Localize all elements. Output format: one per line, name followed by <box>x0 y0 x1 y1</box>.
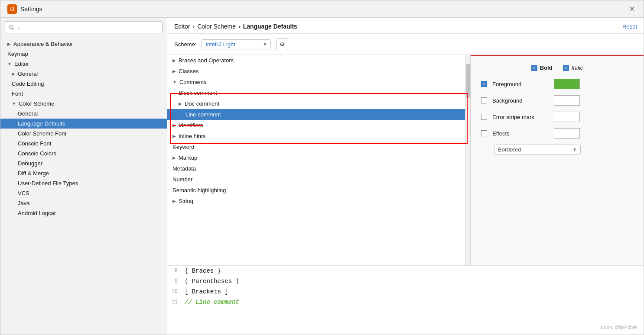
window-title: Settings <box>20 6 42 13</box>
foreground-color-swatch[interactable]: 5CB137 <box>554 79 580 89</box>
effects-label: Effects <box>492 130 549 137</box>
tree-item-metadata[interactable]: Metadata <box>167 163 470 174</box>
tree-item-label: Block comment <box>179 90 217 96</box>
scheme-toolbar: Scheme: IntelliJ Light ▼ ⚙ <box>167 34 644 55</box>
italic-checkbox[interactable]: ✓ <box>563 65 569 71</box>
tree-item-markup[interactable]: ▶ Markup <box>167 152 470 163</box>
breadcrumb-sep1: › <box>193 23 195 30</box>
sidebar-item-label: Appearance & Behavior <box>13 41 73 47</box>
scheme-label: Scheme: <box>174 41 196 48</box>
tree-item-number[interactable]: Number <box>167 174 470 185</box>
scheme-tree-panel: ▶ Braces and Operators ▶ Classes ▼ Comme… <box>167 55 471 265</box>
foreground-row: ✓ Foreground 5CB137 <box>481 79 633 89</box>
bold-checkbox[interactable]: ✓ <box>531 65 537 71</box>
expand-arrow-icon: ▶ <box>172 134 176 139</box>
sidebar-item-label: Debugger <box>18 160 42 167</box>
sidebar-item-java[interactable]: Java <box>0 198 167 208</box>
effects-color-swatch[interactable] <box>554 128 580 139</box>
search-input[interactable] <box>5 21 163 33</box>
watermark: CSDN @喝杯拿铁 <box>601 324 637 331</box>
sidebar-item-label: User-Defined File Types <box>18 180 78 187</box>
collapse-arrow <box>7 61 12 66</box>
sidebar-item-diff-merge[interactable]: Diff & Merge <box>0 168 167 178</box>
preview-code: { Braces } <box>185 266 221 276</box>
line-number: 10 <box>167 287 185 296</box>
properties-panel: ✓ Bold ✓ Italic <box>471 55 644 265</box>
tree-item-line-comment[interactable]: Line comment <box>167 109 470 120</box>
effects-checkbox[interactable] <box>481 130 487 136</box>
sidebar-item-console-colors[interactable]: Console Colors <box>0 148 167 158</box>
close-button[interactable]: ✕ <box>628 3 637 15</box>
sidebar-item-user-defined[interactable]: User-Defined File Types <box>0 178 167 188</box>
breadcrumb-editor: Editor <box>174 23 190 30</box>
expand-arrow-icon: ▶ <box>172 69 176 74</box>
breadcrumb: Editor › Color Scheme › Language Default… <box>167 18 644 34</box>
error-stripe-color-swatch[interactable] <box>554 112 580 122</box>
sidebar-item-label: Color Scheme Font <box>18 130 66 137</box>
titlebar: IJ Settings ✕ <box>0 0 644 18</box>
tree-scrollbar[interactable] <box>465 55 470 265</box>
app-icon: IJ <box>7 4 17 14</box>
preview-line-9: 9 ( Parentheses ) <box>167 276 644 287</box>
breadcrumb-color-scheme: Color Scheme <box>197 23 236 30</box>
background-color-swatch[interactable] <box>554 95 580 106</box>
sidebar-item-label: Keymap <box>7 51 28 57</box>
sidebar-item-android-logcat[interactable]: Android Logcat <box>0 208 167 218</box>
sidebar-item-debugger[interactable]: Debugger <box>0 158 167 168</box>
collapse-arrow <box>12 71 15 76</box>
error-stripe-checkbox[interactable] <box>481 114 487 120</box>
sidebar-item-label: Editor <box>14 61 29 67</box>
sidebar-item-color-scheme[interactable]: Color Scheme <box>0 99 167 109</box>
collapse-arrow-icon: ▼ <box>172 80 177 84</box>
tree-item-identifiers[interactable]: ▶ Identifiers <box>167 120 470 131</box>
tree-item-label: Braces and Operators <box>179 57 234 64</box>
bold-italic-row: ✓ Bold ✓ Italic <box>481 64 633 71</box>
tree-item-doc-comment[interactable]: ▶ Doc comment <box>167 98 470 109</box>
sidebar-item-keymap[interactable]: Keymap <box>0 49 167 59</box>
tree-item-string[interactable]: ▶ String <box>167 196 470 206</box>
sidebar-item-language-defaults[interactable]: Language Defaults <box>0 119 167 129</box>
search-box <box>0 18 167 37</box>
scheme-dropdown[interactable]: IntelliJ Light ▼ <box>202 39 271 49</box>
reset-button[interactable]: Reset <box>622 23 637 30</box>
main-panel: Editor › Color Scheme › Language Default… <box>167 18 644 335</box>
collapse-arrow <box>12 101 16 106</box>
preview-panel: 8 { Braces } 9 ( Parentheses ) 10 [ Brac… <box>167 265 644 335</box>
sidebar-item-label: VCS <box>18 190 29 196</box>
tree-item-label: Keyword <box>172 144 195 150</box>
tree-item-keyword[interactable]: Keyword <box>167 142 470 152</box>
tree-item-block-comment[interactable]: Block comment <box>167 87 470 98</box>
tree-item-label: Comments <box>179 79 207 85</box>
error-stripe-label: Error stripe mark <box>492 114 549 120</box>
sidebar-item-font[interactable]: Font <box>0 89 167 99</box>
sidebar-item-code-editing[interactable]: Code Editing <box>0 79 167 89</box>
tree-item-semantic-highlighting[interactable]: Semantic highlighting <box>167 185 470 196</box>
sidebar-item-color-scheme-font[interactable]: Color Scheme Font <box>0 129 167 139</box>
gear-button[interactable]: ⚙ <box>276 38 288 50</box>
sidebar-item-vcs[interactable]: VCS <box>0 188 167 198</box>
tree-item-label: Classes <box>179 68 198 74</box>
background-checkbox[interactable] <box>481 97 487 103</box>
sidebar-item-console-font[interactable]: Console Font <box>0 139 167 148</box>
sidebar-item-appearance[interactable]: Appearance & Behavior <box>0 39 167 49</box>
sidebar-item-label: Console Font <box>18 140 51 147</box>
breadcrumb-sep2: › <box>238 23 241 30</box>
bold-checkbox-row: ✓ Bold <box>531 64 553 71</box>
tree-item-comments[interactable]: ▼ Comments <box>167 77 470 87</box>
scheme-value: IntelliJ Light <box>205 41 235 48</box>
tree-item-braces[interactable]: ▶ Braces and Operators <box>167 55 470 66</box>
foreground-checkbox[interactable]: ✓ <box>481 81 487 87</box>
tree-item-label: Doc comment <box>185 100 219 107</box>
dropdown-arrow-icon: ▼ <box>263 42 267 47</box>
tree-item-classes[interactable]: ▶ Classes <box>167 66 470 77</box>
expand-arrow-icon: ▶ <box>172 123 176 128</box>
sidebar-item-label: Color Scheme <box>19 100 54 107</box>
sidebar-item-color-scheme-general[interactable]: General <box>0 109 167 119</box>
scrollbar-thumb <box>466 64 470 98</box>
sidebar-item-general[interactable]: General <box>0 69 167 79</box>
sidebar-item-editor[interactable]: Editor <box>0 59 167 69</box>
tree-item-inline-hints[interactable]: ▶ Inline hints <box>167 131 470 142</box>
effects-type-dropdown[interactable]: Bordered ▼ <box>494 145 581 155</box>
preview-line-11: 11 // Line comment <box>167 297 644 307</box>
sidebar-item-label: Code Editing <box>12 81 44 87</box>
